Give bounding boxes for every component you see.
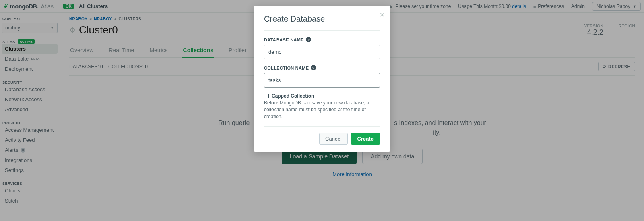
- checkbox-icon: [264, 94, 269, 98]
- database-name-input[interactable]: [264, 45, 380, 59]
- create-button[interactable]: Create: [351, 133, 380, 145]
- help-icon[interactable]: ?: [311, 65, 316, 70]
- capped-collection-checkbox[interactable]: Capped Collection: [264, 93, 380, 99]
- help-icon[interactable]: ?: [306, 37, 311, 42]
- modal-help-text: Before MongoDB can save your new databas…: [264, 100, 380, 120]
- modal-overlay[interactable]: ✕ Create Database DATABASE NAME ? COLLEC…: [0, 0, 644, 221]
- close-icon[interactable]: ✕: [380, 11, 385, 19]
- modal-title: Create Database: [264, 14, 380, 24]
- cancel-button[interactable]: Cancel: [319, 133, 347, 145]
- col-name-label: COLLECTION NAME ?: [264, 65, 380, 70]
- collection-name-input[interactable]: [264, 73, 380, 88]
- create-database-modal: ✕ Create Database DATABASE NAME ? COLLEC…: [254, 6, 390, 152]
- db-name-label: DATABASE NAME ?: [264, 37, 380, 42]
